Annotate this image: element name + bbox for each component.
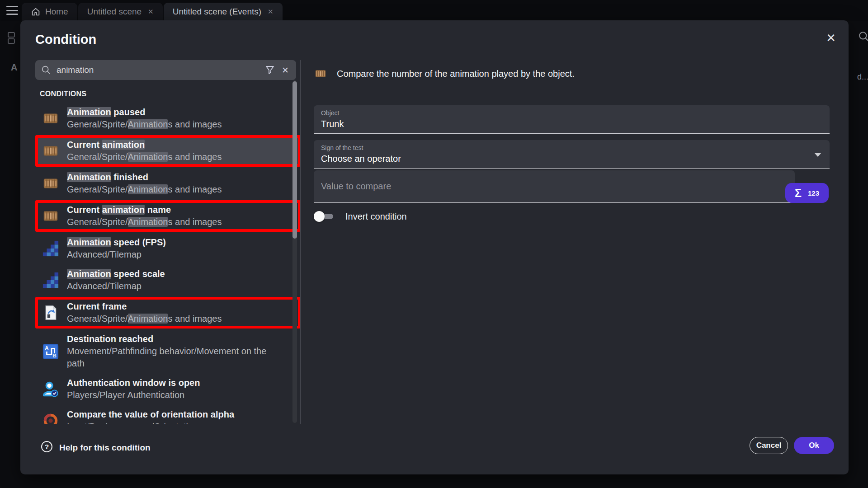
conditions-list: CONDITIONS Animation pausedGeneral/Sprit… (35, 84, 301, 424)
condition-item[interactable]: Animation pausedGeneral/Sprite/Animation… (35, 103, 301, 133)
frame-icon (42, 304, 60, 322)
condition-item-text: Compare the value of orientation alphaIn… (67, 408, 234, 424)
condition-title: Current animation (67, 139, 222, 151)
condition-subtitle: General/Sprite/Animations and images (67, 151, 222, 163)
tab-untitled-scene-events[interactable]: Untitled scene (Events)✕ (164, 3, 283, 21)
condition-subtitle: General/Sprite/Animations and images (67, 216, 222, 228)
pathfinding-icon: AB (42, 343, 60, 361)
condition-subtitle: Advanced/Tilemap (67, 280, 165, 292)
condition-item[interactable]: Current frameGeneral/Sprite/Animations a… (35, 297, 301, 328)
condition-item[interactable]: Compare the value of orientation alphaIn… (35, 406, 301, 424)
condition-item[interactable]: Animation speed (FPS)Advanced/Tilemap (35, 234, 301, 263)
panel-divider (300, 60, 301, 424)
tab-untitled-scene[interactable]: Untitled scene✕ (78, 3, 163, 21)
svg-text:B: B (52, 353, 56, 358)
toggle-knob[interactable] (314, 211, 325, 222)
invert-condition-label: Invert condition (345, 211, 407, 222)
condition-subtitle: Players/Player Authentication (67, 389, 200, 401)
operator-select[interactable]: Sign of the test Choose an operator (314, 140, 830, 169)
condition-title: Compare the value of orientation alpha (67, 408, 234, 421)
condition-item[interactable]: ABDestination reachedMovement/Pathfindin… (35, 330, 301, 372)
condition-item[interactable]: Current animationGeneral/Sprite/Animatio… (35, 135, 301, 167)
condition-item-text: Current animation nameGeneral/Sprite/Ani… (67, 204, 222, 228)
condition-item[interactable]: Authentication window is openPlayers/Pla… (35, 374, 301, 404)
menu-icon[interactable] (6, 6, 18, 15)
ok-button[interactable]: Ok (794, 437, 834, 454)
condition-subtitle: Input/Device sensors/Orientation (67, 421, 234, 424)
condition-subtitle: Movement/Pathfinding behavior/Movement o… (67, 345, 279, 370)
condition-item-text: Authentication window is openPlayers/Pla… (67, 377, 200, 401)
object-field-value: Trunk (321, 119, 344, 129)
svg-text:?: ? (45, 443, 49, 450)
help-icon: ? (41, 441, 53, 455)
background-panel-text: d... (857, 72, 868, 82)
help-link[interactable]: ? Help for this condition (41, 441, 151, 455)
condition-title: Current frame (67, 300, 222, 313)
numbers-icon: 123 (808, 189, 819, 197)
search-icon (858, 31, 868, 44)
scrollbar-thumb[interactable] (292, 81, 297, 239)
svg-text:A: A (45, 345, 48, 351)
condition-item[interactable]: Animation speed scaleAdvanced/Tilemap (35, 265, 301, 295)
condition-subtitle: General/Sprite/Animations and images (67, 313, 222, 325)
condition-title: Current animation name (67, 204, 222, 216)
close-icon[interactable]: ✕ (266, 8, 274, 16)
help-label: Help for this condition (59, 443, 151, 453)
condition-description: Compare the number of the animation play… (337, 69, 575, 79)
value-input[interactable] (314, 181, 795, 192)
section-label: CONDITIONS (35, 84, 301, 103)
condition-title: Animation finished (67, 171, 222, 183)
condition-subtitle: General/Sprite/Animations and images (67, 118, 222, 131)
invert-condition-row: Invert condition (314, 211, 407, 222)
operator-field-value: Choose an operator (321, 154, 401, 164)
expression-builder-button[interactable]: Σ 123 (785, 183, 829, 203)
conditions-list-items: Animation pausedGeneral/Sprite/Animation… (35, 103, 301, 424)
dialog-title: Condition (35, 32, 96, 47)
condition-item-text: Animation pausedGeneral/Sprite/Animation… (67, 106, 222, 131)
tab-bar: HomeUntitled scene✕Untitled scene (Event… (0, 0, 868, 21)
condition-subtitle: Advanced/Tilemap (67, 249, 166, 261)
film-icon (42, 207, 60, 225)
object-field[interactable]: Object Trunk (314, 105, 830, 134)
close-icon[interactable]: ✕ (826, 31, 836, 45)
scrollbar[interactable] (292, 80, 297, 423)
invert-toggle[interactable] (314, 211, 335, 222)
object-field-label: Object (321, 109, 339, 117)
condition-title: Authentication window is open (67, 377, 200, 389)
condition-item[interactable]: Current animation nameGeneral/Sprite/Ani… (35, 200, 301, 232)
tab-label: Untitled scene (87, 7, 142, 17)
value-field (314, 170, 795, 203)
sigma-icon: Σ (795, 187, 802, 200)
chevron-down-icon[interactable] (814, 153, 821, 157)
condition-description-row: Compare the number of the animation play… (314, 67, 575, 80)
condition-item[interactable]: Animation finishedGeneral/Sprite/Animati… (35, 169, 301, 198)
condition-title: Animation paused (67, 106, 222, 118)
cancel-button[interactable]: Cancel (750, 437, 788, 454)
condition-item-text: Animation finishedGeneral/Sprite/Animati… (67, 171, 222, 196)
condition-item-text: Current frameGeneral/Sprite/Animations a… (67, 300, 222, 325)
condition-title: Destination reached (67, 333, 279, 345)
film-icon (314, 67, 327, 80)
search-input[interactable] (57, 65, 265, 75)
tilemap-icon (42, 239, 60, 258)
tab-home[interactable]: Home (22, 3, 77, 21)
auth-icon (42, 380, 60, 398)
tab-label: Home (45, 7, 68, 17)
condition-title: Animation speed (FPS) (67, 236, 166, 249)
close-icon[interactable]: ✕ (146, 8, 154, 16)
search-bar: ✕ (35, 60, 296, 80)
film-icon (42, 142, 60, 160)
home-icon (31, 7, 41, 17)
background-panel-letter: A (11, 62, 17, 73)
film-icon (42, 109, 60, 127)
condition-item-text: Animation speed scaleAdvanced/Tilemap (67, 268, 165, 292)
condition-subtitle: General/Sprite/Animations and images (67, 183, 222, 196)
film-icon (42, 174, 60, 192)
filter-icon[interactable] (265, 66, 274, 75)
search-icon (41, 65, 51, 75)
clear-search-icon[interactable]: ✕ (282, 65, 289, 75)
layout-grid-icon (7, 32, 17, 47)
condition-dialog: Condition ✕ ✕ CONDITIONS Animation pause… (20, 20, 849, 474)
tilemap-icon (42, 271, 60, 289)
condition-item-text: Current animationGeneral/Sprite/Animatio… (67, 139, 222, 163)
